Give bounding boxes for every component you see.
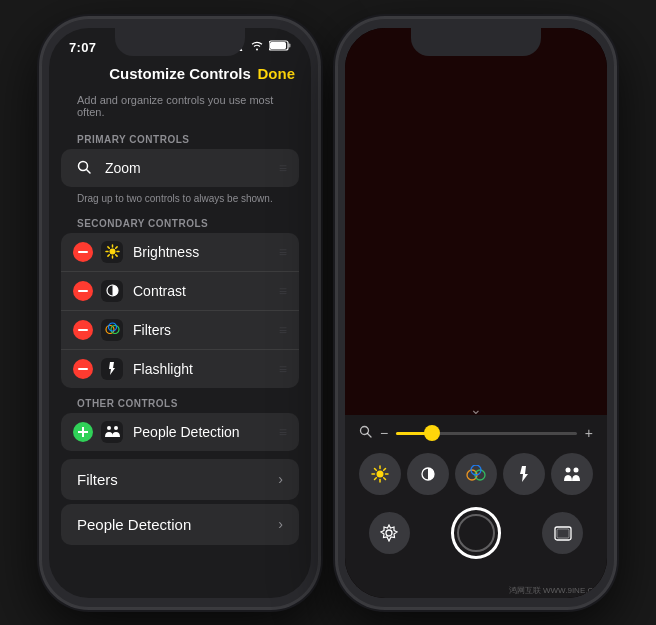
svg-line-13 [107, 255, 108, 256]
svg-point-5 [109, 249, 115, 255]
svg-rect-1 [289, 44, 291, 48]
done-button[interactable]: Done [258, 65, 296, 82]
people-detection-nav-label: People Detection [77, 516, 278, 533]
svg-point-36 [574, 468, 579, 473]
filters-label: Filters [133, 322, 279, 338]
svg-line-27 [375, 469, 377, 471]
flashlight-label: Flashlight [133, 361, 279, 377]
chevron-right-icon: › [278, 471, 283, 487]
zoom-label: Zoom [105, 160, 279, 176]
drag-handle[interactable]: ≡ [279, 160, 287, 176]
minus-icon[interactable]: − [380, 425, 388, 441]
contrast-label: Contrast [133, 283, 279, 299]
svg-point-19 [114, 426, 118, 430]
settings-content: Add and organize controls you use most o… [49, 88, 311, 547]
svg-line-11 [115, 255, 116, 256]
secondary-section-header: SECONDARY CONTROLS [61, 210, 299, 233]
svg-line-12 [115, 247, 116, 248]
chevron-right-icon: › [278, 516, 283, 532]
people-detection-label: People Detection [133, 424, 279, 440]
contrast-icon [101, 280, 123, 302]
control-buttons-row [359, 453, 593, 495]
secondary-controls-list: Brightness ≡ Contrast [61, 233, 299, 388]
remove-contrast-button[interactable] [73, 281, 93, 301]
svg-line-30 [375, 478, 377, 480]
phones-container: 7:07 ▲ [31, 8, 625, 618]
svg-line-21 [368, 434, 372, 438]
drag-hint: Drag up to two controls to always be sho… [61, 189, 299, 210]
remove-brightness-button[interactable] [73, 242, 93, 262]
drag-handle[interactable]: ≡ [279, 283, 287, 299]
filters-icon [101, 319, 123, 341]
status-time: 7:07 [69, 40, 96, 55]
gallery-control-button[interactable] [542, 512, 583, 554]
svg-point-35 [566, 468, 571, 473]
phone-settings: 7:07 ▲ [41, 18, 319, 608]
flashlight-item[interactable]: Flashlight ≡ [61, 350, 299, 388]
contrast-control-button[interactable] [407, 453, 449, 495]
zoom-icon [73, 157, 95, 179]
camera-screen: ⌄ − [345, 28, 607, 598]
plus-icon[interactable]: + [585, 425, 593, 441]
svg-point-18 [107, 426, 111, 430]
shutter-inner [457, 514, 495, 552]
settings-control-button[interactable] [369, 512, 410, 554]
primary-section-header: PRIMARY CONTROLS [61, 126, 299, 149]
list-item[interactable]: Zoom ≡ [61, 149, 299, 187]
people-detection-nav-item[interactable]: People Detection › [61, 504, 299, 545]
slider-thumb [424, 425, 440, 441]
camera-controls-area: − + [345, 415, 607, 597]
svg-rect-39 [557, 529, 569, 538]
brightness-control-button[interactable] [359, 453, 401, 495]
filters-item[interactable]: Filters ≡ [61, 311, 299, 350]
svg-line-4 [86, 170, 90, 174]
other-section-header: OTHER CONTROLS [61, 390, 299, 413]
drag-handle[interactable]: ≡ [279, 322, 287, 338]
nav-items-section: Filters › People Detection › [61, 459, 299, 545]
watermark: 鸿网互联 WWW.9INE.CN [509, 585, 599, 596]
zoom-icon [359, 425, 372, 441]
people-detection-item[interactable]: People Detection ≡ [61, 413, 299, 451]
nav-bar: Customize Controls Done [49, 59, 311, 88]
drag-handle[interactable]: ≡ [279, 424, 287, 440]
add-people-detection-button[interactable] [73, 422, 93, 442]
chevron-down-icon: ⌄ [470, 401, 482, 417]
nav-title: Customize Controls [109, 65, 251, 82]
flashlight-icon [101, 358, 123, 380]
brightness-label: Brightness [133, 244, 279, 260]
svg-point-22 [377, 471, 384, 478]
settings-screen: 7:07 ▲ [49, 28, 311, 598]
dark-viewfinder: ⌄ [345, 28, 607, 427]
other-controls-list: People Detection ≡ [61, 413, 299, 451]
svg-line-10 [107, 247, 108, 248]
primary-controls-list: Zoom ≡ [61, 149, 299, 187]
drag-handle[interactable]: ≡ [279, 244, 287, 260]
svg-rect-2 [270, 42, 286, 49]
svg-line-29 [384, 469, 386, 471]
phone-camera: ⌄ − [337, 18, 615, 608]
shutter-button[interactable] [451, 507, 502, 559]
brightness-icon [101, 241, 123, 263]
people-detection-icon [101, 421, 123, 443]
section-description: Add and organize controls you use most o… [61, 88, 299, 126]
notch [411, 28, 541, 56]
drag-handle[interactable]: ≡ [279, 361, 287, 377]
filters-nav-item[interactable]: Filters › [61, 459, 299, 500]
filters-control-button[interactable] [455, 453, 497, 495]
battery-icon [269, 40, 291, 54]
svg-point-37 [386, 530, 392, 536]
people-detection-control-button[interactable] [551, 453, 593, 495]
brightness-item[interactable]: Brightness ≡ [61, 233, 299, 272]
zoom-slider[interactable] [396, 432, 577, 435]
flashlight-control-button[interactable] [503, 453, 545, 495]
filters-nav-label: Filters [77, 471, 278, 488]
svg-line-28 [384, 478, 386, 480]
remove-flashlight-button[interactable] [73, 359, 93, 379]
camera-bottom-row [359, 507, 593, 559]
remove-filters-button[interactable] [73, 320, 93, 340]
zoom-slider-row: − + [359, 425, 593, 441]
wifi-icon [250, 40, 264, 54]
notch [115, 28, 245, 56]
contrast-item[interactable]: Contrast ≡ [61, 272, 299, 311]
